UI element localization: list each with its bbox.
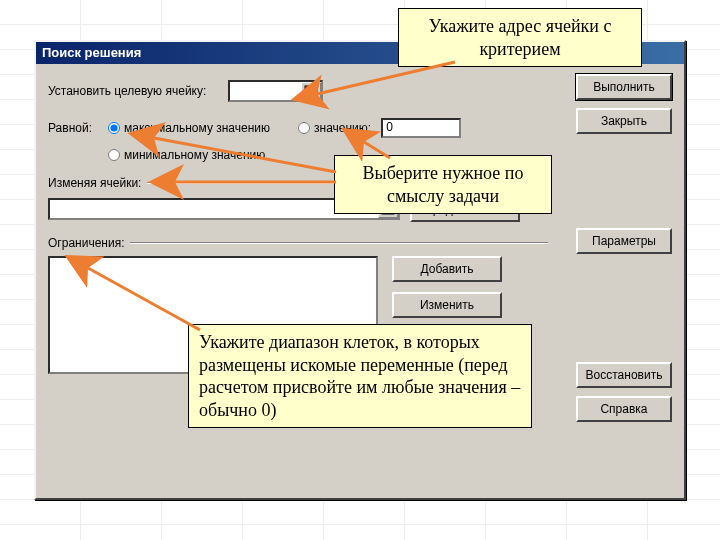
radio-val-wrap[interactable]: значению: bbox=[298, 121, 371, 135]
restore-button-label: Восстановить bbox=[586, 368, 663, 382]
add-button[interactable]: Добавить bbox=[392, 256, 502, 282]
changing-label: Изменяя ячейки: bbox=[48, 176, 141, 190]
equal-row: Равной: максимальному значению значению: bbox=[48, 118, 558, 138]
changing-input[interactable] bbox=[50, 202, 377, 216]
params-button[interactable]: Параметры bbox=[576, 228, 672, 254]
button-spacer-2 bbox=[576, 262, 672, 354]
radio-max[interactable] bbox=[108, 122, 120, 134]
equal-label: Равной: bbox=[48, 121, 108, 135]
change-button-label: Изменить bbox=[420, 298, 474, 312]
radio-max-label: максимальному значению bbox=[124, 121, 270, 135]
value-field[interactable] bbox=[381, 118, 461, 138]
execute-button[interactable]: Выполнить bbox=[576, 74, 672, 100]
target-cell-input[interactable] bbox=[230, 84, 300, 98]
target-label: Установить целевую ячейку: bbox=[48, 84, 228, 98]
radio-min[interactable] bbox=[108, 149, 120, 161]
dialog-client: Выполнить Закрыть Параметры Восстановить… bbox=[36, 64, 684, 498]
value-input[interactable] bbox=[383, 120, 453, 134]
radio-min-label: минимальному значению bbox=[124, 148, 265, 162]
help-button[interactable]: Справка bbox=[576, 396, 672, 422]
execute-button-label: Выполнить bbox=[593, 80, 655, 94]
callout-changing: Укажите диапазон клеток, в которых разме… bbox=[188, 324, 532, 428]
close-button-label: Закрыть bbox=[601, 114, 647, 128]
change-button[interactable]: Изменить bbox=[392, 292, 502, 318]
radio-val-label: значению: bbox=[314, 121, 371, 135]
radio-val[interactable] bbox=[298, 122, 310, 134]
target-cell-field[interactable] bbox=[228, 80, 323, 102]
restore-button[interactable]: Восстановить bbox=[576, 362, 672, 388]
refedit-icon[interactable] bbox=[301, 82, 321, 100]
radio-max-wrap[interactable]: максимальному значению bbox=[108, 121, 270, 135]
button-column: Выполнить Закрыть Параметры Восстановить… bbox=[576, 74, 672, 422]
add-button-label: Добавить bbox=[420, 262, 473, 276]
solver-dialog: Поиск решения Выполнить Закрыть Параметр… bbox=[34, 40, 686, 500]
callout-target: Укажите адрес ячейки с критерием bbox=[398, 8, 642, 67]
close-button[interactable]: Закрыть bbox=[576, 108, 672, 134]
constraints-groupline: Ограничения: bbox=[48, 236, 548, 250]
svg-rect-1 bbox=[305, 86, 317, 89]
radio-min-wrap[interactable]: минимальному значению bbox=[108, 148, 265, 162]
button-spacer bbox=[576, 142, 672, 220]
constraints-label: Ограничения: bbox=[48, 236, 124, 250]
params-button-label: Параметры bbox=[592, 234, 656, 248]
help-button-label: Справка bbox=[600, 402, 647, 416]
constraints-groupline-line bbox=[130, 242, 548, 244]
callout-radio: Выберите нужное по смыслу задачи bbox=[334, 155, 552, 214]
